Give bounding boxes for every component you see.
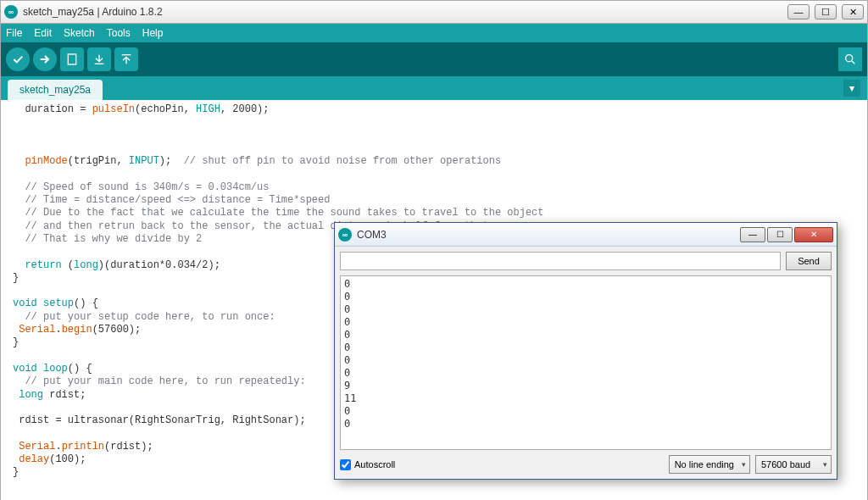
menu-edit[interactable]: Edit <box>34 27 52 39</box>
save-sketch-button[interactable] <box>114 47 138 71</box>
arduino-icon: ∞ <box>4 5 18 19</box>
serial-maximize-button[interactable]: ☐ <box>767 227 793 242</box>
autoscroll-label: Autoscroll <box>354 459 395 469</box>
serial-window-controls: — ☐ ✕ <box>738 227 833 242</box>
serial-monitor-button[interactable] <box>838 47 862 71</box>
minimize-button[interactable]: — <box>787 4 810 19</box>
menu-file[interactable]: File <box>6 27 22 39</box>
upload-button[interactable] <box>33 47 57 71</box>
serial-input[interactable] <box>340 252 781 270</box>
serial-send-button[interactable]: Send <box>786 252 832 270</box>
tab-menu-button[interactable]: ▾ <box>843 80 860 97</box>
menu-help[interactable]: Help <box>142 27 164 39</box>
serial-input-row: Send <box>335 247 837 275</box>
menubar: File Edit Sketch Tools Help <box>0 24 868 42</box>
baud-rate-dropdown[interactable]: 57600 baud <box>755 455 832 474</box>
sketch-tab[interactable]: sketch_may25a <box>8 80 103 100</box>
tab-bar: sketch_may25a ▾ <box>0 76 868 100</box>
toolbar <box>0 42 868 76</box>
new-sketch-button[interactable] <box>60 47 84 71</box>
window-controls: — ☐ ✕ <box>787 4 864 19</box>
autoscroll-input[interactable] <box>340 459 351 470</box>
serial-close-button[interactable]: ✕ <box>794 227 833 242</box>
serial-titlebar[interactable]: ∞ COM3 — ☐ ✕ <box>335 223 837 247</box>
serial-title-text: COM3 <box>357 229 387 241</box>
line-ending-dropdown[interactable]: No line ending <box>669 455 750 474</box>
serial-minimize-button[interactable]: — <box>740 227 765 242</box>
autoscroll-checkbox[interactable]: Autoscroll <box>340 459 395 470</box>
window-title: sketch_may25a | Arduino 1.8.2 <box>23 6 163 18</box>
maximize-button[interactable]: ☐ <box>815 4 837 19</box>
arduino-icon: ∞ <box>338 228 352 242</box>
svg-point-1 <box>846 55 853 62</box>
menu-sketch[interactable]: Sketch <box>64 27 95 39</box>
close-button[interactable]: ✕ <box>842 4 864 19</box>
open-sketch-button[interactable] <box>87 47 111 71</box>
serial-bottom-bar: Autoscroll No line ending 57600 baud <box>335 450 837 479</box>
verify-button[interactable] <box>6 47 30 71</box>
main-window-titlebar: ∞ sketch_may25a | Arduino 1.8.2 — ☐ ✕ <box>0 0 868 24</box>
serial-monitor-window: ∞ COM3 — ☐ ✕ Send 0 0 0 0 0 0 0 0 9 11 0… <box>334 222 837 480</box>
svg-rect-0 <box>68 54 75 64</box>
serial-output[interactable]: 0 0 0 0 0 0 0 0 9 11 0 0 <box>340 275 832 450</box>
menu-tools[interactable]: Tools <box>107 27 131 39</box>
